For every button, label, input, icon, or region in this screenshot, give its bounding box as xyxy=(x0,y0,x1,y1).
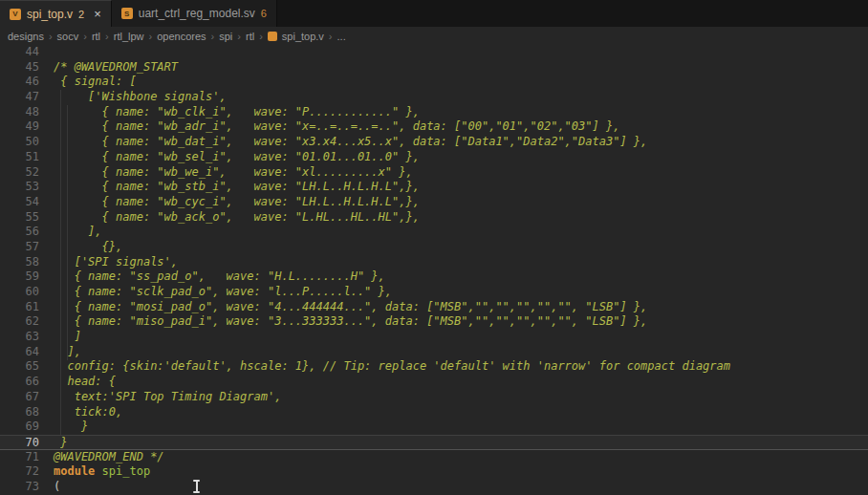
code-line[interactable]: ['SPI signals', xyxy=(39,255,178,270)
code-line[interactable]: } xyxy=(39,436,67,449)
code-token-comment: ['Wishbone signals', xyxy=(54,90,227,103)
code-token-comment: tick:0, xyxy=(54,405,122,419)
line-number[interactable]: 58 xyxy=(0,255,39,270)
code-token-plain xyxy=(95,464,101,478)
editor-row: 62 { name: "miso_pad_i", wave: "3...3333… xyxy=(0,314,868,330)
code-token-comment: @WAVEDROM_END */ xyxy=(54,450,164,463)
editor-row: 73( xyxy=(0,480,868,495)
code-line[interactable]: { name: "sclk_pad_o", wave: "l...P.....l… xyxy=(39,285,392,300)
code-token-comment: ], xyxy=(54,345,81,358)
editor-row: 47 ['Wishbone signals', xyxy=(0,90,868,105)
line-number[interactable]: 59 xyxy=(0,269,39,285)
code-line[interactable]: { name: "wb_sel_i", wave: "01.01...01..0… xyxy=(39,150,420,165)
code-line[interactable]: } xyxy=(39,420,88,435)
code-line[interactable]: tick:0, xyxy=(39,405,122,420)
code-line[interactable]: ] xyxy=(39,330,81,345)
line-number[interactable]: 72 xyxy=(0,464,39,480)
code-line[interactable]: ], xyxy=(39,225,102,240)
code-line[interactable]: head: { xyxy=(39,375,116,390)
breadcrumb-item[interactable]: rtl xyxy=(246,31,254,42)
editor[interactable]: 4445/* @WAVEDROM_START46 { signal: [47 [… xyxy=(0,45,868,495)
code-line[interactable]: { name: "mosi_pad_o", wave: "4...444444.… xyxy=(39,300,647,315)
line-number[interactable]: 68 xyxy=(0,405,39,420)
breadcrumb-item[interactable]: designs xyxy=(8,31,44,42)
line-number[interactable]: 63 xyxy=(0,330,39,345)
line-number[interactable]: 49 xyxy=(0,119,39,135)
editor-row: 59 { name: "ss_pad_o", wave: "H.L.......… xyxy=(0,269,868,285)
breadcrumb-item[interactable]: rtl_lpw xyxy=(114,31,144,42)
line-number[interactable]: 44 xyxy=(0,45,39,60)
line-number[interactable]: 45 xyxy=(0,60,39,75)
breadcrumb-item[interactable]: spi xyxy=(219,31,232,42)
breadcrumb-item[interactable]: ... xyxy=(337,31,346,42)
breadcrumb-item[interactable]: socv xyxy=(57,31,79,42)
line-number[interactable]: 53 xyxy=(0,180,39,195)
line-number[interactable]: 67 xyxy=(0,390,39,405)
code-token-comment: { name: "mosi_pad_o", wave: "4...444444.… xyxy=(54,300,647,313)
line-number[interactable]: 50 xyxy=(0,135,39,150)
code-line[interactable]: { name: "wb_adr_i", wave: "x=..=..=..=..… xyxy=(39,119,619,135)
code-token-comment: { name: "wb_adr_i", wave: "x=..=..=..=..… xyxy=(54,119,619,133)
code-token-comment: { name: "ss_pad_o", wave: "H.L........H"… xyxy=(54,269,385,283)
code-line[interactable]: module spi_top xyxy=(39,464,150,480)
line-number[interactable]: 65 xyxy=(0,359,39,375)
code-line[interactable]: ( xyxy=(39,480,60,495)
breadcrumb-item[interactable]: rtl xyxy=(92,31,100,42)
tab-spi-top[interactable]: V spi_top.v 2 × xyxy=(0,0,112,27)
line-number[interactable]: 57 xyxy=(0,240,39,255)
line-number[interactable]: 56 xyxy=(0,225,39,240)
line-number[interactable]: 62 xyxy=(0,314,39,330)
tab-label: uart_ctrl_reg_model.sv xyxy=(139,7,255,20)
editor-row: 46 { signal: [ xyxy=(0,75,868,90)
code-line[interactable]: { name: "wb_stb_i", wave: "LH.L..H.L.H.L… xyxy=(39,180,420,195)
code-line[interactable]: ['Wishbone signals', xyxy=(39,90,227,105)
code-line[interactable]: text:'SPI Top Timing Diagram', xyxy=(39,390,281,405)
line-number[interactable]: 52 xyxy=(0,165,39,181)
line-number[interactable]: 46 xyxy=(0,75,39,90)
breadcrumb-item[interactable]: spi_top.v xyxy=(282,31,324,42)
code-token-entity: spi_top xyxy=(102,464,151,478)
editor-row: 45/* @WAVEDROM_START xyxy=(0,60,868,75)
line-number[interactable]: 60 xyxy=(0,285,39,300)
code-line[interactable]: {}, xyxy=(39,240,122,255)
line-number[interactable]: 66 xyxy=(0,375,39,390)
line-number[interactable]: 54 xyxy=(0,195,39,210)
code-line[interactable]: { name: "ss_pad_o", wave: "H.L........H"… xyxy=(39,269,385,285)
code-line[interactable] xyxy=(39,45,54,60)
code-line[interactable]: { name: "wb_ack_o", wave: "L.HL...HL..HL… xyxy=(39,210,420,226)
code-line[interactable]: config: {skin:'default', hscale: 1}, // … xyxy=(39,359,730,375)
code-line[interactable]: { name: "miso_pad_i", wave: "3...333333.… xyxy=(39,314,647,330)
code-line[interactable]: { name: "wb_dat_i", wave: "x3.x4...x5..x… xyxy=(39,135,647,150)
line-number[interactable]: 73 xyxy=(0,480,39,495)
code-line[interactable]: /* @WAVEDROM_START xyxy=(39,60,178,75)
line-number[interactable]: 47 xyxy=(0,90,39,105)
line-number[interactable]: 64 xyxy=(0,345,39,360)
close-icon[interactable]: × xyxy=(94,8,101,20)
systemverilog-file-icon: S xyxy=(121,8,133,19)
breadcrumb-item[interactable]: opencores xyxy=(157,31,206,42)
code-token-comment: { name: "sclk_pad_o", wave: "l...P.....l… xyxy=(54,285,392,298)
code-token-comment: ] xyxy=(54,330,81,343)
editor-row: 49 { name: "wb_adr_i", wave: "x=..=..=..… xyxy=(0,119,868,135)
code-token-comment: ['SPI signals', xyxy=(54,255,178,269)
tab-uart-ctrl-reg-model[interactable]: S uart_ctrl_reg_model.sv 6 xyxy=(112,0,277,27)
tab-problems-badge: 6 xyxy=(261,8,267,19)
code-line[interactable]: { signal: [ xyxy=(39,75,137,90)
breadcrumb-separator-icon: › xyxy=(83,31,87,42)
code-line[interactable]: { name: "wb_clk_i", wave: "P............… xyxy=(39,105,420,120)
line-number[interactable]: 69 xyxy=(0,420,39,435)
editor-row: 54 { name: "wb_cyc_i", wave: "LH.L..H.L.… xyxy=(0,195,868,210)
code-line[interactable]: { name: "wb_cyc_i", wave: "LH.L..H.L.H.L… xyxy=(39,195,420,210)
code-line[interactable]: { name: "wb_we_i", wave: "xl.........x" … xyxy=(39,165,413,181)
line-number[interactable]: 61 xyxy=(0,300,39,315)
editor-row: 55 { name: "wb_ack_o", wave: "L.HL...HL.… xyxy=(0,210,868,226)
editor-row: 71@WAVEDROM_END */ xyxy=(0,450,868,465)
line-number[interactable]: 48 xyxy=(0,105,39,120)
line-number[interactable]: 51 xyxy=(0,150,39,165)
line-number[interactable]: 70 xyxy=(0,436,39,449)
line-number[interactable]: 55 xyxy=(0,210,39,226)
code-line[interactable]: ], xyxy=(39,345,81,360)
editor-row: 65 config: {skin:'default', hscale: 1}, … xyxy=(0,359,868,375)
code-line[interactable]: @WAVEDROM_END */ xyxy=(39,450,164,465)
line-number[interactable]: 71 xyxy=(0,450,39,465)
